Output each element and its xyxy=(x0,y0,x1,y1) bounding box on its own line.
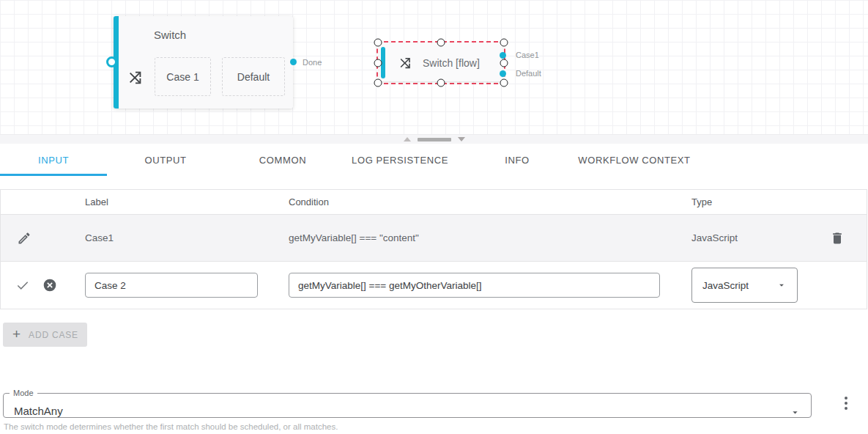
input-port[interactable] xyxy=(106,56,117,67)
tab-label: INFO xyxy=(505,155,529,166)
plus-icon: + xyxy=(12,327,21,341)
tab-label: WORKFLOW CONTEXT xyxy=(578,155,690,166)
node-title: Switch [flow] xyxy=(423,57,480,69)
type-select-value: JavaScript xyxy=(702,280,749,291)
type-select[interactable]: JavaScript xyxy=(691,268,798,303)
resize-handle[interactable] xyxy=(500,79,508,87)
column-header-type: Type xyxy=(682,196,814,207)
table-header: Label Condition Type xyxy=(1,190,867,215)
tab-label: LOG PERSISTENCE xyxy=(352,155,448,166)
tab-input[interactable]: INPUT xyxy=(0,144,107,176)
cases-table: Label Condition Type Case1 getMyVariable… xyxy=(0,189,867,309)
output-port-label: Done xyxy=(303,58,322,67)
splitter-grip[interactable] xyxy=(418,138,451,141)
collapse-up-icon[interactable] xyxy=(404,137,411,141)
table-row-editing: JavaScript xyxy=(1,262,867,309)
resize-handle[interactable] xyxy=(500,39,508,47)
delete-icon[interactable] xyxy=(830,231,845,246)
case-label-input[interactable] xyxy=(85,273,258,298)
tab-info[interactable]: INFO xyxy=(459,144,576,176)
add-case-button[interactable]: + ADD CASE xyxy=(3,323,87,347)
case-condition: getMyVariable[] === "content" xyxy=(281,232,682,243)
confirm-icon[interactable] xyxy=(15,278,30,293)
output-port-done[interactable] xyxy=(290,59,297,65)
add-case-label: ADD CASE xyxy=(29,330,78,340)
case-slot-1[interactable]: Case 1 xyxy=(155,57,211,96)
switch-flow-node-card[interactable]: Switch [flow] xyxy=(379,44,502,81)
panel-splitter[interactable] xyxy=(0,134,868,144)
tab-label: COMMON xyxy=(259,155,306,166)
column-header-condition: Condition xyxy=(281,196,682,207)
output-port-label: Case1 xyxy=(516,51,539,59)
tab-bar: INPUT OUTPUT COMMON LOG PERSISTENCE INFO… xyxy=(0,144,868,176)
tab-workflow-context[interactable]: WORKFLOW CONTEXT xyxy=(576,144,693,176)
condition-input[interactable] xyxy=(289,273,660,298)
flow-canvas[interactable]: Switch Case 1 Default Done xyxy=(0,0,868,134)
workflow-editor: Switch Case 1 Default Done xyxy=(0,0,868,434)
tab-log-persistence[interactable]: LOG PERSISTENCE xyxy=(341,144,459,176)
more-options-button[interactable] xyxy=(842,394,850,413)
tab-output[interactable]: OUTPUT xyxy=(107,144,224,176)
case-slot-default[interactable]: Default xyxy=(222,57,285,96)
resize-handle[interactable] xyxy=(437,39,445,47)
tab-label: OUTPUT xyxy=(144,155,186,166)
mode-label: Mode xyxy=(10,389,37,397)
switch-node[interactable]: Switch Case 1 Default Done xyxy=(114,16,293,108)
shuffle-icon xyxy=(398,56,412,70)
resize-handle[interactable] xyxy=(374,79,382,87)
edit-icon[interactable] xyxy=(17,231,31,246)
output-port-default[interactable] xyxy=(500,70,506,77)
table-row: Case1 getMyVariable[] === "content" Java… xyxy=(1,215,867,262)
chevron-down-icon xyxy=(776,280,787,290)
resize-handle[interactable] xyxy=(374,59,382,67)
resize-handle[interactable] xyxy=(374,39,382,47)
column-header-label: Label xyxy=(78,196,281,207)
mode-select[interactable]: Mode MatchAny xyxy=(3,389,812,418)
node-title: Switch xyxy=(154,29,186,41)
resize-handle[interactable] xyxy=(437,79,445,87)
cancel-icon[interactable] xyxy=(42,278,57,293)
resize-handle[interactable] xyxy=(500,59,508,67)
shuffle-icon xyxy=(127,70,144,86)
output-port-label: Default xyxy=(516,69,541,78)
tab-common[interactable]: COMMON xyxy=(224,144,341,176)
case-label: Case1 xyxy=(78,232,281,243)
tab-label: INPUT xyxy=(38,155,69,166)
output-port-case1[interactable] xyxy=(500,52,506,59)
mode-value: MatchAny xyxy=(14,405,63,417)
mode-helper-text: The switch mode determines whether the f… xyxy=(4,422,868,431)
selected-node-switch-flow[interactable]: Switch [flow] Case1 Default xyxy=(376,41,505,84)
collapse-down-icon[interactable] xyxy=(458,137,465,141)
chevron-down-icon xyxy=(790,407,801,418)
case-type: JavaScript xyxy=(682,232,814,243)
